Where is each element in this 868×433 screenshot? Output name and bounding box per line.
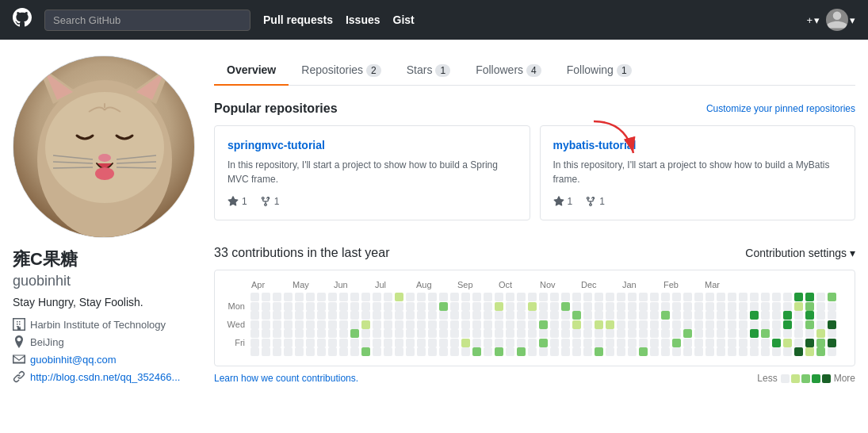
gist-link[interactable]: Gist [393, 13, 415, 26]
cell [395, 329, 403, 338]
cell [595, 293, 603, 301]
cell [428, 347, 437, 356]
avatar-image [13, 56, 194, 237]
tab-repositories[interactable]: Repositories2 [289, 56, 394, 86]
cell [672, 293, 681, 301]
cell [672, 347, 681, 356]
repo-stats-springmvc: 1 1 [228, 196, 517, 207]
cell [717, 347, 725, 356]
cell [384, 320, 392, 329]
cell [361, 329, 370, 338]
cell [495, 329, 503, 338]
cell [273, 302, 281, 311]
learn-contributions-link[interactable]: Learn how we count contributions. [214, 373, 358, 384]
cell [328, 293, 337, 301]
repo-stats-mybatis: 1 1 [553, 196, 843, 207]
cell [805, 293, 814, 301]
cell [328, 311, 337, 320]
cell [561, 293, 570, 301]
cell [639, 339, 648, 347]
tab-followers[interactable]: Followers4 [463, 56, 554, 86]
cell [395, 311, 403, 320]
cell [583, 320, 592, 329]
user-meta: Harbin Institute of Technology BeiJing g… [13, 318, 195, 383]
cell [595, 302, 603, 311]
cell [606, 311, 614, 320]
cell [361, 339, 370, 347]
legend-cell-4 [822, 374, 831, 383]
cell [295, 311, 304, 320]
cell [250, 339, 259, 347]
user-bio: Stay Hungry, Stay Foolish. [13, 296, 195, 308]
day-label-5: Fri [224, 338, 248, 347]
cell [439, 311, 448, 320]
cell [683, 311, 692, 320]
meta-website-link[interactable]: http://blog.csdn.net/qq_352466... [30, 371, 180, 383]
cell [705, 320, 714, 329]
cell [750, 320, 759, 329]
cell [672, 302, 681, 311]
repo-name-springmvc[interactable]: springmvc-tutorial [228, 139, 517, 151]
cell [384, 311, 392, 320]
search-container [44, 10, 250, 31]
cell [250, 320, 259, 329]
cell [717, 293, 725, 301]
cell [572, 320, 581, 329]
cell [273, 347, 281, 356]
pull-requests-link[interactable]: Pull requests [263, 13, 333, 26]
avatar-dropdown-arrow: ▾ [850, 14, 855, 26]
repo-name-mybatis[interactable]: mybatis-tutorial [553, 139, 843, 151]
cell [539, 293, 548, 301]
svg-line-11 [53, 167, 93, 168]
cell [472, 339, 481, 347]
cell [295, 293, 304, 301]
cell [816, 293, 825, 301]
cell [828, 339, 836, 347]
cell [506, 329, 514, 338]
cell [350, 302, 359, 311]
cell [739, 320, 748, 329]
cell [628, 311, 637, 320]
cell [794, 302, 803, 311]
tab-following[interactable]: Following1 [554, 56, 644, 86]
cell [517, 311, 526, 320]
cell [361, 293, 370, 301]
cell [595, 320, 603, 329]
cell [783, 329, 792, 338]
meta-organization: Harbin Institute of Technology [13, 318, 195, 331]
cell [794, 293, 803, 301]
cell [262, 339, 270, 347]
cell [761, 293, 770, 301]
svg-point-8 [95, 167, 114, 180]
cell [384, 329, 392, 338]
cell [761, 339, 770, 347]
cell [328, 339, 337, 347]
github-logo[interactable] [13, 8, 32, 32]
cell [617, 339, 625, 347]
meta-email-link[interactable]: guobinhit@qq.com [30, 354, 117, 366]
cell [528, 320, 537, 329]
new-button[interactable]: +▾ [806, 14, 820, 26]
cell [705, 311, 714, 320]
issues-link[interactable]: Issues [346, 13, 380, 26]
tab-stars[interactable]: Stars1 [394, 56, 463, 86]
cell [550, 339, 559, 347]
cell [828, 293, 836, 301]
cell [439, 339, 448, 347]
month-feb: Feb [663, 280, 705, 289]
avatar-menu[interactable]: ▾ [826, 9, 855, 31]
cell [406, 339, 415, 347]
cell [705, 302, 714, 311]
day-label-1: Mon [224, 301, 248, 311]
customize-pinned-link[interactable]: Customize your pinned repositories [706, 103, 855, 114]
cell [506, 347, 514, 356]
cell [572, 302, 581, 311]
search-input[interactable] [44, 10, 250, 31]
cell [572, 329, 581, 338]
tab-overview[interactable]: Overview [214, 56, 289, 86]
cell [350, 339, 359, 347]
cell [561, 347, 570, 356]
cell [694, 302, 703, 311]
month-may: May [293, 280, 334, 289]
contribution-settings-button[interactable]: Contribution settings ▾ [745, 247, 855, 259]
